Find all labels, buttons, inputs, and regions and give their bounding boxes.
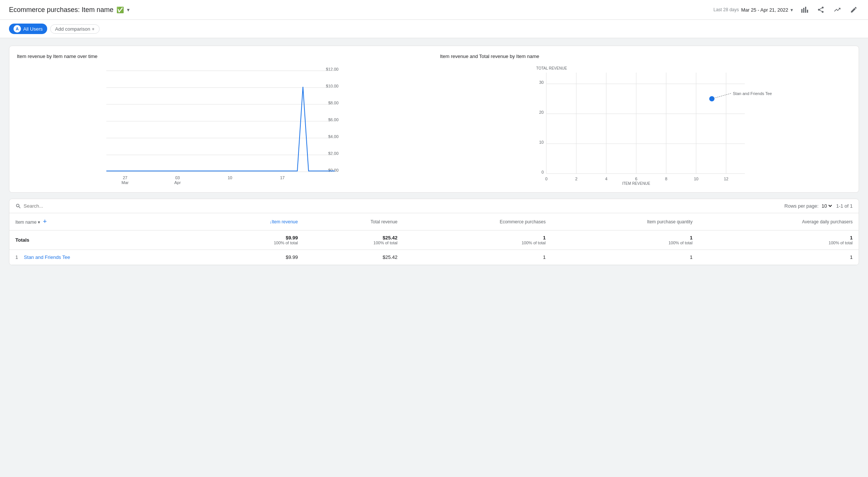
row-rank: 1: [15, 254, 18, 260]
line-chart-svg: $12.00 $10.00 $8.00 $6.00 $4.00 $2.00 $0…: [17, 65, 428, 185]
totals-avg-daily: 1 100% of total: [698, 230, 859, 250]
data-table: Item name ▾ + ↓Item revenue Total revenu…: [9, 213, 859, 265]
chart-type-button[interactable]: [799, 4, 810, 15]
row-rank-name: 1 Stan and Friends Tee: [9, 250, 201, 265]
rows-per-page-select[interactable]: 10 25 50: [820, 203, 833, 209]
charts-row: Item revenue by Item name over time $12.…: [17, 53, 851, 185]
totals-item-revenue: $9.99 100% of total: [201, 230, 304, 250]
search-input[interactable]: [24, 203, 98, 209]
col-item-revenue[interactable]: ↓Item revenue: [201, 213, 304, 230]
col-ecommerce-purchases[interactable]: Ecommerce purchases: [404, 213, 552, 230]
add-comparison-label: Add comparison: [55, 26, 90, 32]
svg-text:17: 17: [280, 175, 285, 180]
svg-text:12: 12: [724, 177, 728, 181]
svg-text:27: 27: [123, 175, 127, 180]
date-dropdown-arrow[interactable]: ▾: [790, 7, 793, 13]
line-chart-title: Item revenue by Item name over time: [17, 53, 428, 59]
svg-text:8: 8: [665, 177, 667, 181]
verified-icon: ✅: [116, 6, 124, 13]
svg-rect-3: [807, 10, 808, 13]
table-section: Rows per page: 10 25 50 1-1 of 1 Item na…: [9, 199, 859, 265]
title-area: Ecommerce purchases: Item name ✅ ▾: [9, 6, 130, 14]
scatter-chart-container: TOTAL REVENUE 0 10 20 30 0 2 4 6 8 10 12: [440, 65, 851, 185]
svg-text:Apr: Apr: [174, 180, 180, 185]
sort-icon: ↓: [270, 220, 272, 224]
svg-text:2: 2: [575, 177, 577, 181]
svg-rect-1: [803, 8, 804, 13]
top-bar: Ecommerce purchases: Item name ✅ ▾ Last …: [0, 0, 868, 20]
svg-text:4: 4: [605, 177, 607, 181]
svg-rect-0: [801, 9, 802, 13]
totals-ecommerce: 1 100% of total: [404, 230, 552, 250]
col-item-purchase-qty[interactable]: Item purchase quantity: [552, 213, 698, 230]
date-value: Mar 25 - Apr 21, 2022: [741, 7, 788, 13]
edit-button[interactable]: [849, 4, 859, 15]
col-item-name[interactable]: Item name ▾ +: [9, 213, 201, 230]
add-comparison-button[interactable]: Add comparison +: [50, 24, 100, 34]
add-icon: +: [92, 26, 95, 32]
search-icon: [15, 203, 21, 209]
svg-text:TOTAL REVENUE: TOTAL REVENUE: [536, 66, 567, 70]
svg-line-48: [712, 93, 732, 99]
col-item-name-dropdown[interactable]: ▾: [38, 220, 40, 225]
row-avg-daily: 1: [698, 250, 859, 265]
svg-text:10: 10: [694, 177, 698, 181]
svg-text:Mar: Mar: [122, 180, 129, 185]
totals-row: Totals $9.99 100% of total $25.42 100% o…: [9, 230, 859, 250]
totals-total-revenue: $25.42 100% of total: [304, 230, 403, 250]
filters-bar: A All Users Add comparison +: [0, 20, 868, 38]
svg-text:Stan and Friends Tee: Stan and Friends Tee: [733, 91, 772, 96]
row-item-revenue: $9.99: [201, 250, 304, 265]
totals-label: Totals: [9, 230, 201, 250]
svg-text:ITEM REVENUE: ITEM REVENUE: [622, 181, 650, 185]
top-right-actions: Last 28 days Mar 25 - Apr 21, 2022 ▾: [713, 4, 859, 15]
row-total-revenue: $25.42: [304, 250, 403, 265]
table-row: 1 Stan and Friends Tee $9.99 $25.42 1 1 …: [9, 250, 859, 265]
date-label: Last 28 days: [713, 7, 739, 12]
scatter-chart-section: Item revenue and Total revenue by Item n…: [440, 53, 851, 185]
title-dropdown-arrow[interactable]: ▾: [127, 7, 130, 13]
totals-item-purchase-qty: 1 100% of total: [552, 230, 698, 250]
svg-text:0: 0: [541, 170, 544, 174]
row-ecommerce: 1: [404, 250, 552, 265]
all-users-chip[interactable]: A All Users: [9, 24, 47, 34]
page-title: Ecommerce purchases: Item name: [9, 6, 113, 14]
svg-text:10: 10: [539, 140, 544, 144]
scatter-chart-title: Item revenue and Total revenue by Item n…: [440, 53, 851, 59]
scatter-chart-svg: TOTAL REVENUE 0 10 20 30 0 2 4 6 8 10 12: [440, 65, 851, 185]
date-range[interactable]: Last 28 days Mar 25 - Apr 21, 2022 ▾: [713, 7, 793, 13]
row-item-name[interactable]: Stan and Friends Tee: [24, 254, 70, 260]
main-content: Item revenue by Item name over time $12.…: [0, 38, 868, 273]
rows-per-page: Rows per page: 10 25 50: [784, 203, 833, 209]
compare-button[interactable]: [832, 4, 843, 15]
add-dimension-button[interactable]: +: [41, 218, 48, 226]
col-total-revenue[interactable]: Total revenue: [304, 213, 403, 230]
table-toolbar: Rows per page: 10 25 50 1-1 of 1: [9, 199, 859, 213]
svg-text:30: 30: [539, 80, 544, 85]
svg-rect-2: [805, 7, 806, 13]
rows-per-page-label: Rows per page:: [784, 203, 819, 209]
table-header-row: Item name ▾ + ↓Item revenue Total revenu…: [9, 213, 859, 230]
line-chart-section: Item revenue by Item name over time $12.…: [17, 53, 428, 185]
col-avg-daily[interactable]: Average daily purchasers: [698, 213, 859, 230]
share-button[interactable]: [816, 4, 826, 15]
row-item-purchase-qty: 1: [552, 250, 698, 265]
col-item-name-label: Item name: [15, 220, 37, 225]
pagination-info: 1-1 of 1: [836, 203, 853, 209]
charts-card: Item revenue by Item name over time $12.…: [9, 46, 859, 193]
all-users-avatar: A: [13, 25, 21, 33]
svg-text:0: 0: [545, 177, 547, 181]
svg-text:20: 20: [539, 110, 544, 114]
svg-text:03: 03: [175, 175, 180, 180]
line-chart-container: $12.00 $10.00 $8.00 $6.00 $4.00 $2.00 $0…: [17, 65, 428, 185]
svg-text:10: 10: [228, 175, 232, 180]
search-box[interactable]: [15, 203, 98, 209]
pagination-area: Rows per page: 10 25 50 1-1 of 1: [784, 203, 853, 209]
all-users-label: All Users: [23, 26, 43, 32]
svg-text:6: 6: [635, 177, 637, 181]
